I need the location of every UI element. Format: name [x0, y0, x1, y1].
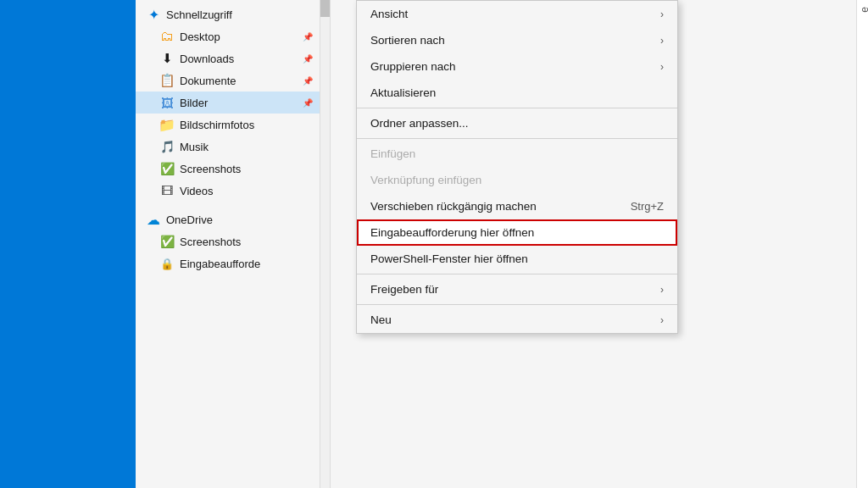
separator-1: [357, 108, 677, 108]
edge-text: e: [857, 0, 868, 19]
submenu-arrow: ›: [660, 8, 664, 20]
freigeben-label: Freigeben für: [370, 283, 438, 296]
menu-item-neu[interactable]: Neu ›: [357, 307, 677, 333]
menu-item-powershell[interactable]: PowerShell-Fenster hier öffnen: [357, 246, 677, 272]
nav-panel: ✦ Schnellzugriff 🗂 Desktop 📌 ⬇ Downloads…: [136, 0, 331, 488]
submenu-arrow-sortieren: ›: [660, 35, 664, 47]
desktop-label: Desktop: [180, 30, 220, 43]
powershell-label: PowerShell-Fenster hier öffnen: [370, 252, 528, 265]
menu-item-sortieren[interactable]: Sortieren nach ›: [357, 27, 677, 53]
pin-icon-downloads: 📌: [303, 54, 313, 64]
sidebar-item-screenshots[interactable]: ✅ Screenshots: [136, 158, 320, 180]
menu-item-eingabeaufforderung[interactable]: Eingabeaufforderung hier öffnen: [357, 219, 677, 246]
submenu-arrow-gruppieren: ›: [660, 61, 664, 73]
eingabeaufforderung-label: Eingabeaufforderung hier öffnen: [370, 226, 534, 239]
menu-item-gruppieren[interactable]: Gruppieren nach ›: [357, 53, 677, 80]
blue-sidebar: [0, 0, 136, 488]
sidebar-item-downloads[interactable]: ⬇ Downloads 📌: [136, 47, 320, 69]
folder-icon: 🗂: [159, 30, 175, 43]
submenu-arrow-neu: ›: [660, 314, 664, 326]
verschieben-label: Verschieben rückgängig machen: [370, 200, 537, 213]
menu-item-verschieben[interactable]: Verschieben rückgängig machen Strg+Z: [357, 193, 677, 219]
onedrive-icon: ☁: [146, 213, 161, 226]
pin-icon-dokumente: 📌: [303, 76, 313, 86]
context-menu: Ansicht › Sortieren nach › Gruppieren na…: [356, 0, 678, 334]
sidebar-item-eingabeaufforde[interactable]: 🔒 Eingabeaufforde: [136, 252, 320, 274]
videos-icon: 🎞: [159, 184, 175, 197]
sidebar-item-musik[interactable]: 🎵 Musik: [136, 136, 320, 158]
menu-item-einfuegen: Einfügen: [357, 141, 677, 167]
verschieben-shortcut: Strg+Z: [631, 200, 664, 213]
eingabeaufforde-label: Eingabeaufforde: [180, 258, 260, 270]
verknuepfung-label: Verknüpfung einfügen: [370, 174, 481, 186]
ansicht-label: Ansicht: [370, 8, 408, 20]
sortieren-label: Sortieren nach: [370, 34, 445, 47]
dokumente-folder-icon: 📋: [159, 74, 175, 87]
sidebar-item-desktop[interactable]: 🗂 Desktop 📌: [136, 25, 320, 47]
downloads-label: Downloads: [180, 53, 234, 65]
sidebar-item-videos[interactable]: 🎞 Videos: [136, 180, 320, 202]
separator-4: [357, 304, 677, 305]
separator-2: [357, 138, 677, 139]
pin-icon-bilder: 📌: [303, 98, 313, 108]
sidebar-item-bilder[interactable]: 🖼 Bilder 📌: [136, 92, 320, 114]
menu-item-aktualisieren[interactable]: Aktualisieren: [357, 80, 677, 106]
menu-item-verknuepfung: Verknüpfung einfügen: [357, 167, 677, 193]
scrollbar[interactable]: [320, 0, 330, 488]
sidebar-item-dokumente[interactable]: 📋 Dokumente 📌: [136, 69, 320, 92]
downloads-folder-icon: ⬇: [159, 52, 175, 65]
star-icon: ✦: [146, 8, 161, 21]
neu-label: Neu: [370, 313, 392, 326]
pin-icon: 📌: [303, 32, 313, 42]
sidebar-item-onedrive[interactable]: ☁ OneDrive: [136, 208, 320, 230]
bilder-label: Bilder: [180, 97, 208, 109]
bildschirmfotos-label: Bildschirmfotos: [180, 119, 254, 131]
screenshots-label: Screenshots: [180, 163, 241, 175]
ordner-anpassen-label: Ordner anpassen...: [370, 117, 469, 130]
menu-item-freigeben[interactable]: Freigeben für ›: [357, 276, 677, 302]
videos-label: Videos: [180, 185, 214, 197]
onedrive-label: OneDrive: [166, 214, 213, 226]
sidebar-item-od-screenshots[interactable]: ✅ Screenshots: [136, 230, 320, 252]
screenshots-icon: ✅: [159, 162, 175, 175]
submenu-arrow-freigeben: ›: [660, 284, 664, 296]
main-area: Ansicht › Sortieren nach › Gruppieren na…: [331, 0, 868, 488]
od-screenshots-label: Screenshots: [180, 236, 241, 248]
sidebar-item-bildschirmfotos[interactable]: 📁 Bildschirmfotos: [136, 114, 320, 136]
sidebar-item-schnellzugriff[interactable]: ✦ Schnellzugriff: [136, 3, 320, 25]
gruppieren-label: Gruppieren nach: [370, 60, 456, 73]
menu-item-ordner-anpassen[interactable]: Ordner anpassen...: [357, 110, 677, 136]
musik-icon: 🎵: [159, 140, 175, 153]
menu-item-ansicht[interactable]: Ansicht ›: [357, 1, 677, 27]
musik-label: Musik: [180, 141, 209, 153]
bilder-folder-icon: 🖼: [159, 96, 175, 109]
scroll-thumb[interactable]: [320, 0, 330, 17]
od-screenshots-icon: ✅: [159, 235, 175, 248]
separator-3: [357, 274, 677, 274]
dokumente-label: Dokumente: [180, 75, 236, 87]
schnellzugriff-label: Schnellzugriff: [166, 8, 232, 21]
eingabe-icon: 🔒: [159, 257, 175, 270]
einfuegen-label: Einfügen: [370, 147, 415, 160]
nav-items: ✦ Schnellzugriff 🗂 Desktop 📌 ⬇ Downloads…: [136, 0, 330, 278]
bildschirmfotos-icon: 📁: [159, 118, 175, 131]
right-edge-content: e: [856, 0, 868, 488]
aktualisieren-label: Aktualisieren: [370, 86, 436, 99]
